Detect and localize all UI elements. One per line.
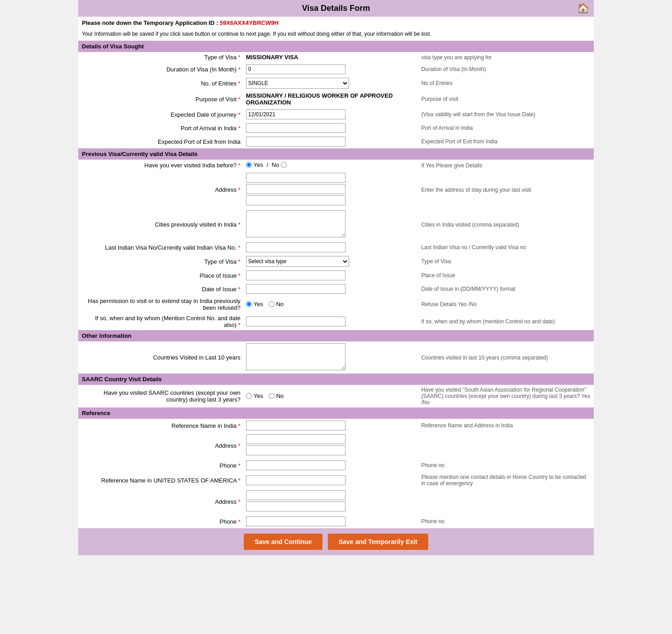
- ref-name-india-hint: Reference Name and Address in India: [418, 419, 594, 432]
- row-date-of-issue: Date of Issue * Date of Issue in (DD/MM/…: [78, 282, 594, 296]
- row-duration: Duration of Visa (In Month) * Duration o…: [78, 62, 594, 76]
- cities-hint: Cities in India visited (comma separated…: [418, 208, 594, 241]
- refused-yes-label: Yes: [254, 301, 263, 308]
- journey-date-input[interactable]: [246, 109, 345, 119]
- prev-visa-type-select[interactable]: Select visa type: [246, 256, 349, 267]
- button-bar: Save and Continue Save and Temporarily E…: [78, 528, 594, 555]
- entries-hint: No of Entries: [418, 76, 594, 90]
- saarc-yes-radio[interactable]: [246, 393, 252, 399]
- ref-address-usa-2[interactable]: [246, 502, 345, 511]
- ref-name-usa-input[interactable]: [246, 475, 345, 485]
- refused-yes-radio[interactable]: [246, 301, 252, 307]
- port-arrival-input[interactable]: [246, 123, 345, 133]
- place-of-issue-input[interactable]: [246, 270, 345, 280]
- countries-textarea[interactable]: [246, 343, 345, 370]
- visited-india-yes-radio[interactable]: [246, 162, 252, 168]
- saarc-yes-label: Yes: [254, 393, 263, 399]
- row-saarc: Have you visited SAARC countries (except…: [78, 385, 594, 407]
- row-prev-type-of-visa: Type of Visa * Select visa type Type of …: [78, 254, 594, 269]
- port-exit-input[interactable]: [246, 137, 345, 147]
- saarc-no-label: No: [276, 393, 284, 399]
- ref-phone-usa-hint: Phone no: [418, 515, 594, 528]
- type-of-visa-value: MISSIONARY VISA: [246, 54, 298, 61]
- port-arrival-hint: Port of Arrival in India: [418, 121, 594, 135]
- ref-phone-india-hint: Phone no: [418, 459, 594, 472]
- entries-select[interactable]: SINGLE DOUBLE MULTIPLE: [246, 78, 349, 89]
- visited-india-no-radio[interactable]: [281, 162, 287, 168]
- address-input-1[interactable]: [246, 173, 345, 183]
- last-visa-no-hint: Last Indian Visa no / Currently valid Vi…: [418, 241, 594, 254]
- section-previous-visa: Previous Visa/Currently valid Visa Detai…: [78, 148, 594, 160]
- previous-visa-table: Have you ever visited India before? * Ye…: [78, 160, 594, 330]
- row-place-of-issue: Place of Issue * Place of Issue: [78, 269, 594, 282]
- row-last-visa-no: Last Indian Visa No/Currently valid Indi…: [78, 241, 594, 254]
- duration-input[interactable]: [246, 64, 345, 74]
- address-input-2[interactable]: [246, 184, 345, 194]
- purpose-value: MISSIONARY / RELIGIOUS WORKER OF APPROVE…: [246, 92, 393, 106]
- type-of-visa-hint: visa type you are applying for: [418, 52, 594, 62]
- row-control-no: If so, when and by whom (Mention Control…: [78, 313, 594, 330]
- address-hint: Enter the address of stay during your la…: [418, 171, 594, 208]
- row-ref-address-india: Address *: [78, 432, 594, 459]
- row-purpose: Purpose of Visit * MISSIONARY / RELIGIOU…: [78, 90, 594, 108]
- page-header: Visa Details Form 🏠: [78, 0, 594, 17]
- control-no-input[interactable]: [246, 317, 345, 326]
- ref-address-usa-1[interactable]: [246, 490, 345, 500]
- visited-india-hint: If Yes Please give Details: [418, 160, 594, 171]
- saarc-radio-group: Yes No: [246, 393, 284, 399]
- ref-name-india-input[interactable]: [246, 421, 345, 431]
- section-reference: Reference: [78, 407, 594, 419]
- row-journey-date: Expected Date of journey * (Visa validit…: [78, 108, 594, 121]
- refused-radio-group: Yes No: [246, 301, 284, 308]
- address-input-3[interactable]: [246, 195, 345, 205]
- last-visa-no-input[interactable]: [246, 242, 345, 252]
- place-of-issue-hint: Place of Issue: [418, 269, 594, 282]
- save-continue-button[interactable]: Save and Continue: [244, 534, 322, 550]
- ref-phone-usa-input[interactable]: [246, 516, 345, 526]
- refused-no-label: No: [276, 301, 284, 308]
- section-other-info: Other Information: [78, 330, 594, 341]
- row-ref-phone-usa: Phone * Phone no: [78, 515, 594, 528]
- temp-id-line: Please note down the Temporary Applicati…: [78, 17, 594, 29]
- row-address: Address * Enter the address of stay duri…: [78, 171, 594, 208]
- refused-no-radio[interactable]: [269, 301, 274, 307]
- row-port-arrival: Port of Arrival in India * Port of Arriv…: [78, 121, 594, 135]
- reference-table: Reference Name in India * Reference Name…: [78, 419, 594, 528]
- row-visited-india: Have you ever visited India before? * Ye…: [78, 160, 594, 171]
- info-line: Your Information will be saved if you cl…: [78, 29, 594, 41]
- page-title: Visa Details Form: [302, 4, 370, 13]
- row-type-of-visa: Type of Visa * MISSIONARY VISA visa type…: [78, 52, 594, 62]
- prev-visa-type-hint: Type of Visa: [418, 254, 594, 269]
- row-ref-phone-india: Phone * Phone no: [78, 459, 594, 472]
- temp-id-value: 59X6AXX4YBRCW9H: [220, 19, 279, 26]
- section-saarc: SAARC Country Visit Details: [78, 374, 594, 385]
- row-port-exit: Expected Port of Exit from India Expecte…: [78, 135, 594, 148]
- row-refused: Has permission to visit or to extend sta…: [78, 296, 594, 313]
- visited-india-radio-group: Yes / No: [246, 161, 287, 168]
- row-ref-name-usa: Reference Name in UNITED STATES OF AMERI…: [78, 472, 594, 488]
- refused-hint: Refuse Details Yes /No: [418, 296, 594, 313]
- temp-id-label: Please note down the Temporary Applicati…: [82, 19, 218, 26]
- purpose-hint: Purpose of visit: [418, 90, 594, 108]
- save-exit-button[interactable]: Save and Temporarily Exit: [328, 534, 428, 550]
- cities-textarea[interactable]: [246, 210, 345, 237]
- ref-name-usa-hint: Please mention one contact details in Ho…: [418, 472, 594, 488]
- visited-india-yes-label: Yes: [254, 161, 263, 168]
- home-icon[interactable]: 🏠: [577, 3, 589, 14]
- ref-phone-india-input[interactable]: [246, 460, 345, 470]
- duration-hint: Duration of Visa (In Month): [418, 62, 594, 76]
- ref-address-india-1[interactable]: [246, 434, 345, 444]
- ref-address-india-2[interactable]: [246, 445, 345, 455]
- row-countries: Countries Visited in Last 10 years Count…: [78, 341, 594, 374]
- row-entries: No. of Entries * SINGLE DOUBLE MULTIPLE …: [78, 76, 594, 90]
- saarc-table: Have you visited SAARC countries (except…: [78, 385, 594, 407]
- date-of-issue-input[interactable]: [246, 284, 345, 294]
- row-ref-name-india: Reference Name in India * Reference Name…: [78, 419, 594, 432]
- saarc-hint: Have you visited "South Asian Associatio…: [418, 385, 594, 407]
- journey-date-hint: (Visa validity will start from the Visa …: [418, 108, 594, 121]
- other-info-table: Countries Visited in Last 10 years Count…: [78, 341, 594, 374]
- control-no-hint: If so, when and by whom (mention Control…: [418, 313, 594, 330]
- saarc-no-radio[interactable]: [269, 393, 274, 399]
- row-ref-address-usa: Address *: [78, 488, 594, 515]
- date-of-issue-hint: Date of Issue in (DD/MM/YYYY) format: [418, 282, 594, 296]
